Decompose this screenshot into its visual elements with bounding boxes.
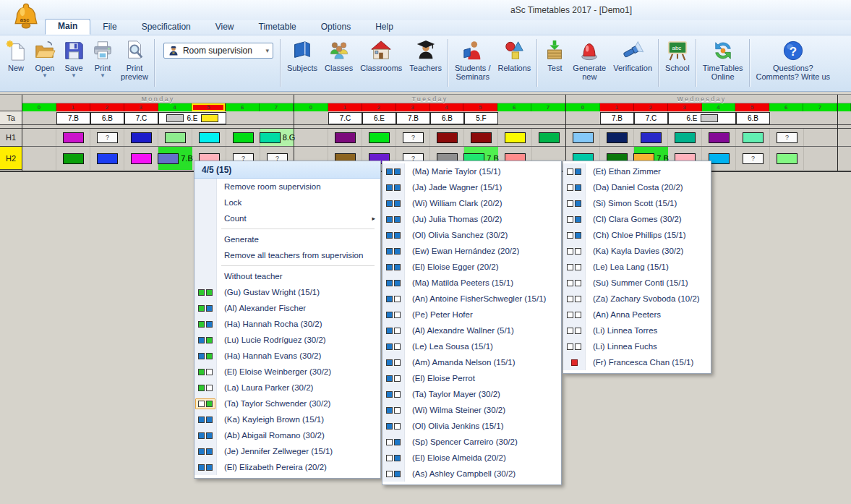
teacher-item-ka-kayleigh-brown-15-1[interactable]: (Ka) Kayleigh Brown (15/1) [194, 411, 380, 427]
teacher-card[interactable] [471, 132, 492, 143]
period-cell[interactable]: 5 [735, 103, 769, 111]
toolbar-button-generate-new[interactable]: Generatenew [569, 38, 610, 81]
duty-cell[interactable]: ? [396, 129, 430, 146]
period-cell[interactable] [838, 103, 851, 111]
class-cell[interactable]: 6.E [158, 112, 226, 124]
teacher-card[interactable] [675, 132, 696, 143]
duty-cell[interactable]: ? [736, 147, 770, 170]
duty-cell[interactable]: 8.G [260, 129, 294, 146]
toolbar-button-open[interactable]: Open▼ [30, 38, 59, 78]
duty-cell[interactable] [668, 129, 702, 146]
dropdown-arrow-icon[interactable]: ▼ [71, 73, 77, 78]
period-cell-selected[interactable]: 5 [192, 103, 226, 111]
teacher-item-su-summer-conti-15-1[interactable]: (Su) Summer Conti (15/1) [563, 275, 711, 291]
period-cell[interactable]: 4 [430, 103, 464, 111]
teacher-item-ol-olivia-jenkins-15-1[interactable]: (Ol) Olivia Jenkins (15/1) [382, 418, 561, 434]
toolbar-button-timetables-online[interactable]: TimeTablesOnline [699, 38, 747, 81]
teacher-item-ju-julia-thomas-20-2[interactable]: (Ju) Julia Thomas (20/2) [382, 211, 561, 227]
teacher-item-el-eloise-weinberger-30-2[interactable]: (El) Eloise Weinberger (30/2) [194, 364, 380, 380]
teacher-card[interactable] [158, 153, 179, 164]
teacher-card[interactable] [641, 132, 662, 143]
teacher-item-al-alexandre-wallner-5-1[interactable]: (Al) Alexandre Wallner (5/1) [382, 323, 561, 338]
period-cell[interactable]: 6 [497, 103, 531, 111]
duty-cell[interactable] [362, 129, 396, 146]
teacher-card[interactable] [165, 132, 186, 143]
teacher-item-ab-abigail-romano-30-2[interactable]: (Ab) Abigail Romano (30/2) [194, 427, 380, 443]
teacher-item-cl-clara-gomes-30-2[interactable]: (Cl) Clara Gomes (30/2) [563, 211, 711, 227]
period-cell[interactable]: 0 [566, 103, 600, 111]
tab-main[interactable]: Main [45, 19, 90, 35]
duty-cell[interactable] [770, 147, 804, 170]
toolbar-button-school[interactable]: abcSchool [662, 38, 693, 72]
period-cell[interactable]: 2 [362, 103, 396, 111]
toolbar-button-test[interactable]: Test [540, 38, 569, 72]
teacher-item-lu-lucie-rodr-guez-30-2[interactable]: (Lu) Lucie Rodríguez (30/2) [194, 332, 380, 348]
teacher-item-ja-jade-wagner-15-1[interactable]: (Ja) Jade Wagner (15/1) [382, 179, 561, 195]
teacher-item-an-antoine-fisherschwegler-15-1[interactable]: (An) Antoine FisherSchwegler (15/1) [382, 291, 561, 307]
unknown-teacher-card[interactable]: ? [97, 132, 118, 143]
toolbar-button-new[interactable]: New [1, 38, 30, 72]
duty-cell[interactable] [532, 129, 566, 146]
mode-select-combo[interactable]: Room supervision▾ [163, 43, 273, 59]
class-cell[interactable]: 5.F [464, 112, 498, 124]
teacher-item-ka-kayla-davies-30-2[interactable]: (Ka) Kayla Davies (30/2) [563, 243, 711, 259]
duty-cell[interactable] [498, 129, 532, 146]
class-cell[interactable]: 6.E [668, 112, 736, 124]
toolbar-button-questions-comments-write-us[interactable]: ?Questions?Comments? Write us [753, 38, 834, 81]
toolbar-button-print[interactable]: Print▼ [88, 38, 117, 78]
duty-cell[interactable] [56, 147, 90, 170]
duty-cell[interactable] [158, 129, 192, 146]
period-cell[interactable]: 4 [158, 103, 192, 111]
duty-cell[interactable]: 7.B [158, 147, 192, 170]
period-cell[interactable]: 4 [702, 103, 736, 111]
teacher-card[interactable] [709, 132, 730, 143]
teacher-item-ha-hannah-evans-30-2[interactable]: (Ha) Hannah Evans (30/2) [194, 348, 380, 364]
period-cell[interactable]: 7 [260, 103, 294, 111]
teacher-item-el-eloise-egger-20-2[interactable]: (El) Eloise Egger (20/2) [382, 259, 561, 275]
teacher-card[interactable] [63, 132, 84, 143]
duty-cell[interactable] [192, 129, 226, 146]
tab-options[interactable]: Options [309, 20, 363, 35]
duty-cell[interactable] [56, 129, 90, 146]
row-label-h2[interactable]: H2 [0, 147, 22, 170]
toolbar-button-verification[interactable]: Verification [610, 38, 656, 72]
teacher-card[interactable] [777, 153, 797, 164]
class-cell[interactable]: 6.E [362, 112, 396, 124]
dropdown-arrow-icon[interactable]: ▼ [100, 73, 106, 78]
period-cell[interactable]: 1 [328, 103, 362, 111]
teacher-card[interactable] [607, 132, 628, 143]
duty-cell[interactable] [226, 129, 260, 146]
menu-item-remove-room-supervision[interactable]: Remove room supervision [194, 179, 380, 195]
toolbar-button-save[interactable]: Save▼ [59, 38, 88, 78]
teacher-item-wi-william-clark-20-2[interactable]: (Wi) William Clark (20/2) [382, 195, 561, 211]
teacher-item-el-eloise-perrot[interactable]: (El) Eloise Perrot [382, 370, 561, 386]
teacher-item-le-lea-sousa-15-1[interactable]: (Le) Lea Sousa (15/1) [382, 338, 561, 354]
period-cell[interactable]: 6 [769, 103, 803, 111]
teacher-item-el-eloise-almeida-20-2[interactable]: (El) Eloise Almeida (20/2) [382, 450, 561, 466]
toolbar-button-classes[interactable]: Classes [321, 38, 356, 72]
teacher-card[interactable] [260, 132, 281, 143]
period-cell[interactable]: 3 [668, 103, 702, 111]
teacher-item-ta-taylor-schwender-30-2[interactable]: (Ta) Taylor Schwender (30/2) [194, 396, 380, 411]
period-cell[interactable]: 1 [600, 103, 634, 111]
teacher-item-as-ashley-campbell-30-2[interactable]: (As) Ashley Campbell (30/2) [382, 466, 561, 482]
unknown-teacher-card[interactable]: ? [777, 132, 797, 143]
teacher-card[interactable] [505, 132, 526, 143]
teacher-item-et-ethan-zimmer[interactable]: (Et) Ethan Zimmer [563, 163, 711, 179]
menu-item-without-teacher[interactable]: Without teacher [194, 268, 380, 284]
toolbar-button-teachers[interactable]: Teachers [406, 38, 445, 72]
period-cell[interactable]: 3 [124, 103, 158, 111]
tab-help[interactable]: Help [363, 20, 406, 35]
teacher-item-am-amanda-nelson-15-1[interactable]: (Am) Amanda Nelson (15/1) [382, 354, 561, 370]
period-cell[interactable]: 7 [531, 103, 565, 111]
teacher-card[interactable] [539, 132, 560, 143]
menu-item-remove-all-teachers-from-supervision[interactable]: Remove all teachers from supervision [194, 247, 380, 263]
class-cell[interactable]: 7.C [124, 112, 158, 124]
unknown-teacher-card[interactable]: ? [743, 153, 764, 164]
teacher-item-an-anna-peeters[interactable]: (An) Anna Peeters [563, 307, 711, 323]
period-cell[interactable]: 7 [803, 103, 837, 111]
duty-cell[interactable] [124, 129, 158, 146]
teacher-item-za-zachary-svoboda-10-2[interactable]: (Za) Zachary Svoboda (10/2) [563, 291, 711, 307]
menu-item-generate[interactable]: Generate [194, 231, 380, 247]
teacher-item-da-daniel-costa-20-2[interactable]: (Da) Daniel Costa (20/2) [563, 179, 711, 195]
